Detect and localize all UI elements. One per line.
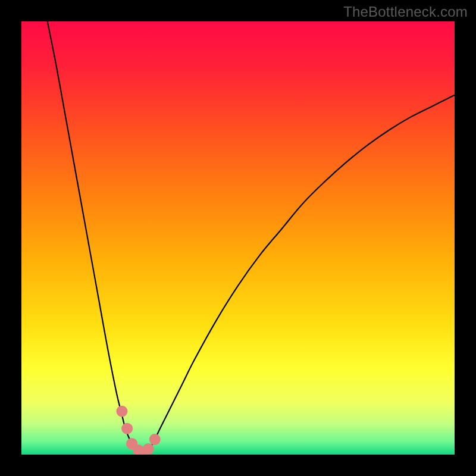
data-marker	[116, 406, 127, 417]
chart-frame: TheBottleneck.com	[0, 0, 476, 476]
chart-svg	[21, 21, 455, 455]
plot-area	[21, 21, 455, 455]
watermark-text: TheBottleneck.com	[343, 4, 468, 20]
data-marker	[149, 434, 161, 445]
data-marker	[143, 443, 154, 455]
gradient-background	[21, 21, 455, 455]
data-marker	[121, 423, 133, 434]
